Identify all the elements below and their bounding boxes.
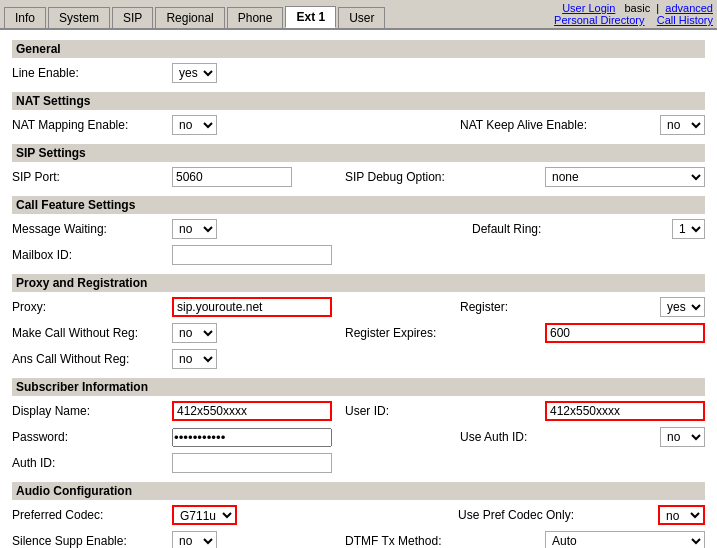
sip-port-label: SIP Port: [12, 170, 172, 184]
dtmf-label: DTMF Tx Method: [345, 534, 545, 548]
line-enable-select[interactable]: yes no [172, 63, 217, 83]
register-expires-label: Register Expires: [345, 326, 545, 340]
personal-directory-link[interactable]: Personal Directory [554, 14, 644, 26]
proxy-input[interactable] [172, 297, 332, 317]
section-subscriber-header: Subscriber Information [12, 378, 705, 396]
message-waiting-select[interactable]: no yes [172, 219, 217, 239]
user-login-link-top[interactable]: User Login [562, 2, 615, 14]
register-label: Register: [460, 300, 660, 314]
use-auth-id-select[interactable]: no yes [660, 427, 705, 447]
nat-keepalive-label: NAT Keep Alive Enable: [460, 118, 660, 132]
use-pref-codec-label: Use Pref Codec Only: [458, 508, 658, 522]
password-label: Password: [12, 430, 172, 444]
tab-system[interactable]: System [48, 7, 110, 28]
user-id-label: User ID: [345, 404, 545, 418]
section-sip-header: SIP Settings [12, 144, 705, 162]
tabs: Info System SIP Regional Phone Ext 1 Use… [4, 2, 385, 28]
use-pref-codec-select[interactable]: no yes [658, 505, 705, 525]
sip-port-input[interactable] [172, 167, 292, 187]
user-id-input[interactable] [545, 401, 705, 421]
section-callfeature-header: Call Feature Settings [12, 196, 705, 214]
top-basic-label: basic [625, 2, 651, 14]
preferred-codec-label: Preferred Codec: [12, 508, 172, 522]
top-links: User Login basic | advanced Personal Dir… [554, 2, 713, 28]
sip-debug-select[interactable]: none 1 2 3 [545, 167, 705, 187]
tab-regional[interactable]: Regional [155, 7, 224, 28]
section-nat-header: NAT Settings [12, 92, 705, 110]
proxy-label: Proxy: [12, 300, 172, 314]
ans-call-select[interactable]: no yes [172, 349, 217, 369]
line-enable-label: Line Enable: [12, 66, 172, 80]
tab-info[interactable]: Info [4, 7, 46, 28]
message-waiting-label: Message Waiting: [12, 222, 172, 236]
mailbox-label: Mailbox ID: [12, 248, 172, 262]
tab-ext1[interactable]: Ext 1 [285, 6, 336, 28]
ans-call-label: Ans Call Without Reg: [12, 352, 172, 366]
top-advanced-link[interactable]: advanced [665, 2, 713, 14]
silence-supp-select[interactable]: no yes [172, 531, 217, 548]
silence-supp-label: Silence Supp Enable: [12, 534, 172, 548]
auth-id-input[interactable] [172, 453, 332, 473]
nat-mapping-label: NAT Mapping Enable: [12, 118, 172, 132]
auth-id-label: Auth ID: [12, 456, 172, 470]
password-input[interactable] [172, 428, 332, 447]
default-ring-select[interactable]: 1 2 3 [672, 219, 705, 239]
display-name-label: Display Name: [12, 404, 172, 418]
dtmf-select[interactable]: Auto InBand DTMF-Relay SIP INFO [545, 531, 705, 548]
default-ring-label: Default Ring: [472, 222, 672, 236]
sip-debug-label: SIP Debug Option: [345, 170, 545, 184]
tab-phone[interactable]: Phone [227, 7, 284, 28]
mailbox-input[interactable] [172, 245, 332, 265]
section-audio-header: Audio Configuration [12, 482, 705, 500]
use-auth-id-label: Use Auth ID: [460, 430, 660, 444]
nat-keepalive-select[interactable]: no yes [660, 115, 705, 135]
section-proxy-header: Proxy and Registration [12, 274, 705, 292]
main-content: General Line Enable: yes no NAT Settings… [0, 30, 717, 548]
nat-mapping-select[interactable]: no yes [172, 115, 217, 135]
top-nav: Info System SIP Regional Phone Ext 1 Use… [0, 0, 717, 30]
section-general-header: General [12, 40, 705, 58]
make-call-select[interactable]: no yes [172, 323, 217, 343]
register-expires-input[interactable] [545, 323, 705, 343]
make-call-label: Make Call Without Reg: [12, 326, 172, 340]
tab-sip[interactable]: SIP [112, 7, 153, 28]
preferred-codec-select[interactable]: G711u G711a G729 [172, 505, 237, 525]
display-name-input[interactable] [172, 401, 332, 421]
call-history-link[interactable]: Call History [657, 14, 713, 26]
register-select[interactable]: yes no [660, 297, 705, 317]
tab-user[interactable]: User [338, 7, 385, 28]
